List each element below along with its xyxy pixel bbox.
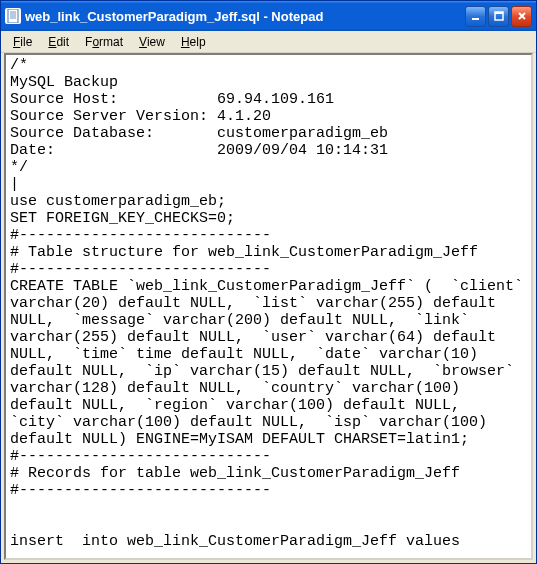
svg-rect-7: [495, 12, 503, 14]
window-title: web_link_CustomerParadigm_Jeff.sql - Not…: [25, 9, 465, 24]
text-editor[interactable]: /* MySQL Backup Source Host: 69.94.109.1…: [6, 55, 531, 558]
menu-help[interactable]: Help: [173, 33, 214, 51]
close-button[interactable]: [511, 6, 532, 27]
svg-rect-5: [472, 18, 479, 20]
minimize-button[interactable]: [465, 6, 486, 27]
notepad-icon: [5, 8, 21, 24]
editor-container: /* MySQL Backup Source Host: 69.94.109.1…: [4, 53, 533, 560]
menu-format[interactable]: Format: [77, 33, 131, 51]
menu-file[interactable]: File: [5, 33, 40, 51]
menu-edit[interactable]: Edit: [40, 33, 77, 51]
window-controls: [465, 6, 532, 27]
menu-view[interactable]: View: [131, 33, 173, 51]
menubar: File Edit Format View Help: [1, 31, 536, 53]
titlebar: web_link_CustomerParadigm_Jeff.sql - Not…: [1, 1, 536, 31]
maximize-button[interactable]: [488, 6, 509, 27]
